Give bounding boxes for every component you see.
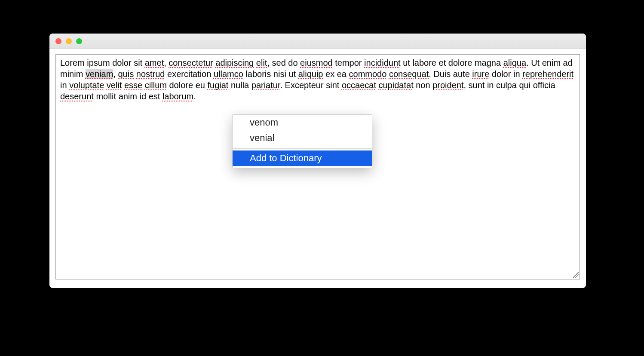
misspelled-word[interactable]: commodo bbox=[349, 69, 387, 79]
text-span[interactable]: , bbox=[164, 58, 169, 68]
text-span[interactable]: , bbox=[113, 69, 118, 79]
misspelled-word[interactable]: cillum bbox=[145, 80, 167, 90]
text-span[interactable]: tempor bbox=[333, 58, 364, 68]
spellcheck-context-menu: venom venial Add to Dictionary bbox=[232, 114, 372, 168]
text-span[interactable]: . Excepteur sint bbox=[280, 80, 341, 90]
misspelled-word[interactable]: irure bbox=[472, 69, 489, 79]
add-to-dictionary-item[interactable]: Add to Dictionary bbox=[233, 150, 372, 166]
window-titlebar bbox=[49, 34, 586, 49]
misspelled-word[interactable]: amet bbox=[145, 58, 164, 68]
misspelled-word[interactable]: consectetur bbox=[169, 58, 213, 68]
text-span[interactable]: nulla bbox=[228, 80, 251, 90]
text-span[interactable]: laboris nisi ut bbox=[243, 69, 298, 79]
text-span[interactable]: ut labore et dolore magna bbox=[401, 58, 503, 68]
text-span[interactable]: dolore eu bbox=[167, 80, 208, 90]
text-span[interactable]: exercitation bbox=[165, 69, 213, 79]
text-span[interactable]: mollit anim id est bbox=[94, 92, 163, 101]
misspelled-word[interactable]: fugiat bbox=[207, 80, 228, 90]
text-span[interactable]: , sunt in culpa qui officia bbox=[463, 80, 555, 90]
suggestion-item[interactable]: venial bbox=[233, 130, 372, 146]
text-span[interactable]: non bbox=[414, 80, 432, 90]
misspelled-word[interactable]: adipiscing bbox=[215, 58, 254, 68]
misspelled-word[interactable]: quis bbox=[118, 69, 134, 79]
minimize-window-button[interactable] bbox=[66, 38, 72, 44]
suggestion-item[interactable]: venom bbox=[233, 115, 372, 130]
misspelled-word[interactable]: eiusmod bbox=[300, 58, 333, 68]
misspelled-word[interactable]: pariatur bbox=[251, 80, 280, 90]
misspelled-word[interactable]: esse bbox=[124, 80, 142, 90]
text-span[interactable]: in bbox=[60, 80, 69, 90]
misspelled-word[interactable]: veniam bbox=[86, 69, 113, 79]
text-span[interactable]: , sed do bbox=[267, 58, 300, 68]
text-span[interactable]: ex ea bbox=[323, 69, 349, 79]
misspelled-word[interactable]: laborum bbox=[163, 92, 193, 101]
misspelled-word[interactable]: reprehenderit bbox=[522, 69, 573, 79]
resize-handle[interactable] bbox=[573, 272, 579, 278]
misspelled-word[interactable]: occaecat bbox=[342, 80, 376, 90]
close-window-button[interactable] bbox=[55, 38, 61, 44]
app-window: Lorem ipsum dolor sit amet, consectetur … bbox=[49, 34, 586, 288]
misspelled-word[interactable]: incididunt bbox=[364, 58, 401, 68]
text-span[interactable]: dolor in bbox=[489, 69, 522, 79]
maximize-window-button[interactable] bbox=[76, 38, 82, 44]
text-span[interactable]: Lorem ipsum dolor sit bbox=[60, 58, 145, 68]
misspelled-word[interactable]: deserunt bbox=[60, 92, 94, 101]
misspelled-word[interactable]: consequat bbox=[389, 69, 429, 79]
misspelled-word[interactable]: voluptate bbox=[69, 80, 104, 90]
misspelled-word[interactable]: elit bbox=[256, 58, 267, 68]
misspelled-word[interactable]: aliqua bbox=[503, 58, 526, 68]
misspelled-word[interactable]: nostrud bbox=[136, 69, 165, 79]
misspelled-word[interactable]: velit bbox=[107, 80, 122, 90]
misspelled-word[interactable]: ullamco bbox=[214, 69, 243, 79]
misspelled-word[interactable]: proident bbox=[432, 80, 463, 90]
menu-separator bbox=[233, 148, 372, 149]
text-span[interactable]: . bbox=[193, 92, 196, 101]
misspelled-word[interactable]: cupidatat bbox=[379, 80, 414, 90]
misspelled-word[interactable]: aliquip bbox=[298, 69, 323, 79]
text-span[interactable]: . Duis aute bbox=[429, 69, 472, 79]
